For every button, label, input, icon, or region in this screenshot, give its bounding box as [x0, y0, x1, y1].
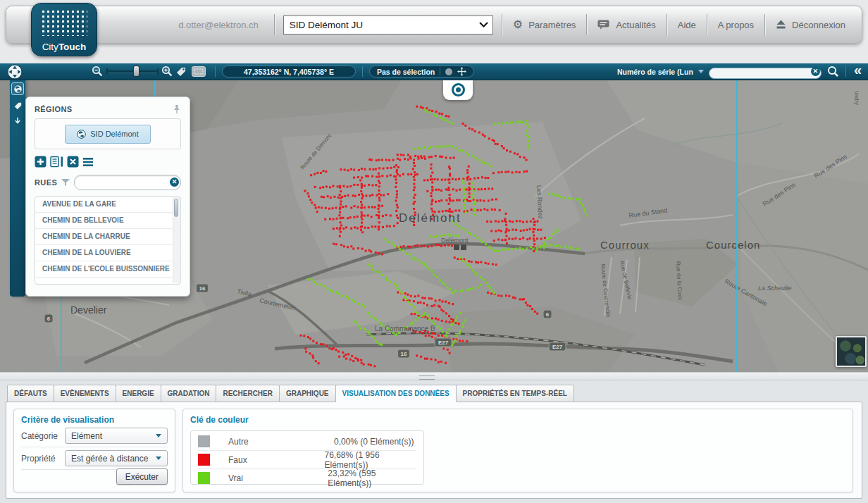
menu-item-parametres[interactable]: ⚙ Paramètres [502, 6, 587, 43]
rail-station-icon [461, 244, 466, 250]
serial-search-input[interactable] [709, 68, 822, 79]
zoom-slider[interactable] [106, 70, 159, 73]
header: d.otter@elektron.ch SID Delémont JU ⚙ Pa… [0, 0, 868, 63]
menu-item-a-propos[interactable]: A propos [707, 6, 764, 43]
execute-button[interactable]: Exécuter [116, 468, 168, 485]
menu-item-deconnexion[interactable]: Déconnexion [765, 6, 856, 43]
satellite-preview-thumbnail[interactable] [836, 336, 867, 367]
tab-d-fauts[interactable]: DÉFAUTS [7, 385, 54, 402]
tab-rechercher[interactable]: RECHERCHER [216, 385, 280, 402]
list-menu-icon[interactable] [82, 157, 94, 167]
color-key-title: Clé de couleur [190, 415, 845, 425]
street-filter-input[interactable] [80, 176, 166, 189]
tab-ev-nements[interactable]: EVÈNEMENTS [54, 385, 116, 402]
street-row[interactable]: CHEMIN DE LA CHARRUE [35, 229, 180, 245]
document-lines-icon[interactable] [50, 156, 63, 168]
color-key-box: Autre0,00% (0 Elément(s))Faux76,68% (1 9… [190, 430, 424, 485]
road-shield: E27 [549, 342, 566, 351]
tab-energie[interactable]: ENERGIE [116, 385, 161, 402]
clear-search-icon[interactable]: ✕ [811, 67, 820, 76]
zoom-to-selection-icon[interactable] [457, 67, 466, 76]
menu-label: A propos [718, 20, 754, 30]
map-label: Courcelon [706, 239, 760, 251]
map-label: Vadry [853, 91, 860, 106]
tab-content-panel: Critère de visualisation Catégorie Eléme… [6, 402, 862, 499]
gear-icon: ⚙ [513, 19, 523, 30]
scrollbar-thumb[interactable] [174, 199, 178, 217]
chat-icon [597, 20, 610, 30]
map-panel-splitter[interactable] [0, 372, 868, 380]
color-swatch [198, 454, 210, 466]
street-list[interactable]: AVENUE DE LA GARECHEMIN DE BELLEVOIECHEM… [35, 196, 181, 285]
chevron-down-icon [156, 434, 161, 437]
pin-panel-icon[interactable] [173, 104, 181, 114]
map-center-marker[interactable] [443, 80, 473, 100]
clear-filter-icon[interactable]: ✕ [170, 178, 179, 187]
zoom-out-icon[interactable] [92, 66, 104, 77]
region-button[interactable]: SID Delémont [65, 125, 150, 144]
collapse-panel-icon[interactable]: « [854, 62, 860, 78]
menu-item-actualites[interactable]: Actualités [587, 6, 666, 43]
toolbar-divider [362, 66, 363, 77]
zoom-in-icon[interactable] [161, 66, 173, 77]
color-key-name: Faux [228, 455, 325, 465]
chevron-down-icon[interactable] [698, 70, 704, 73]
tag-icon[interactable] [176, 67, 186, 77]
tab-gradation[interactable]: GRADATION [161, 385, 217, 402]
map-toolbar: 47,353162° N, 7,405738° E Pas de sélecti… [0, 63, 868, 80]
svg-text:6: 6 [546, 311, 550, 318]
color-key-name: Vrai [228, 473, 328, 483]
map-label: La Scheulte [758, 285, 792, 292]
pan-compass-icon[interactable] [7, 64, 23, 80]
header-divider [274, 14, 275, 35]
menu-label: Aide [678, 20, 696, 30]
search-icon[interactable] [827, 66, 839, 77]
add-document-icon[interactable] [35, 156, 46, 168]
color-key-row: Autre0,00% (0 Elément(s)) [198, 433, 416, 451]
criteria-title: Critère de visualisation [21, 415, 168, 425]
tab-propri-t-s-en-temps-r-el[interactable]: PROPRIÉTÉS EN TEMPS-RÉEL [456, 385, 574, 402]
tile-seam-line [61, 295, 62, 372]
menu-label: Déconnexion [792, 20, 845, 30]
street-row[interactable]: CHEMIN DE BELLEVOIE [35, 213, 180, 229]
delete-document-icon[interactable] [67, 156, 79, 168]
street-filter-field[interactable]: ✕ [74, 175, 181, 190]
street-list-scrollbar[interactable] [173, 197, 180, 283]
logout-icon [776, 20, 786, 30]
category-select-value: Elément [71, 431, 102, 441]
bottom-tabs: DÉFAUTSEVÈNEMENTSENERGIEGRADATIONRECHERC… [7, 385, 868, 402]
chevron-down-icon [156, 457, 161, 460]
street-row[interactable]: CHEMIN DE LA LOUVIERE [35, 245, 180, 261]
regions-mode-button[interactable] [11, 82, 24, 95]
zoom-slider-handle[interactable] [133, 66, 140, 77]
property-select[interactable]: Est gérée à distance [65, 450, 168, 466]
project-select[interactable]: SID Delémont JU [283, 15, 493, 35]
rectangle-select-icon[interactable] [192, 66, 206, 77]
map-label: Delémont [399, 211, 461, 225]
color-key-name: Autre [228, 437, 334, 447]
property-select-value: Est gérée à distance [71, 454, 148, 464]
chevron-down-icon [479, 22, 488, 27]
menu-label: Paramètres [528, 20, 576, 30]
coordinates-display: 47,353162° N, 7,405738° E [222, 66, 356, 77]
tag-mode-icon[interactable] [14, 102, 22, 110]
tab-graphique[interactable]: GRAPHIQUE [279, 385, 336, 402]
street-row[interactable]: CHEMIN DE L'ECOLE BUISSONNIERE [35, 261, 180, 278]
header-menu: ⚙ Paramètres Actualités Aide [502, 6, 856, 43]
map-viewport[interactable]: 1616E27E2766 DevelierDelémontDelémontCou… [0, 80, 868, 372]
serial-field-label[interactable]: Numéro de série (Lun [617, 68, 693, 76]
menu-item-aide[interactable]: Aide [667, 6, 707, 43]
filter-funnel-icon[interactable] [61, 179, 70, 187]
svg-text:16: 16 [401, 351, 407, 357]
tab-visualisation-des-donn-es[interactable]: VISUALISATION DES DONNÉES [335, 385, 457, 402]
tile-seam-line [736, 80, 738, 372]
category-select[interactable]: Elément [65, 428, 168, 444]
tile-seam-line [154, 80, 156, 98]
color-key-stat: 23,32% (595 Elément(s)) [328, 468, 416, 488]
street-row[interactable]: AVENUE DE LA GARE [35, 197, 180, 213]
menu-label: Actualités [616, 20, 655, 30]
splitter-grip[interactable] [419, 375, 435, 380]
color-key-row: Faux76,68% (1 956 Elément(s)) [198, 451, 416, 469]
svg-text:6: 6 [47, 316, 51, 322]
drop-pin-icon[interactable] [13, 117, 22, 125]
